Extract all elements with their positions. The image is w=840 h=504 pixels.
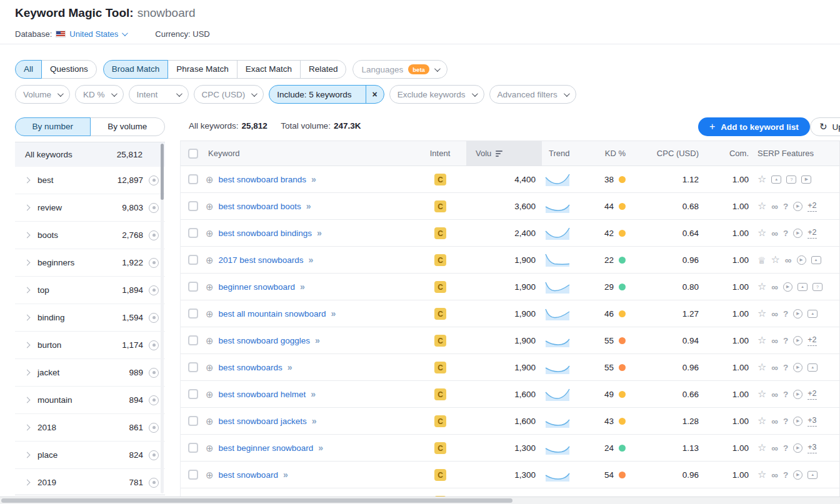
row-checkbox[interactable]	[188, 174, 198, 184]
eye-icon[interactable]	[149, 368, 159, 378]
row-checkbox[interactable]	[188, 443, 198, 453]
chevron-right-icon[interactable]	[24, 315, 31, 321]
tab-related[interactable]: Related	[300, 60, 347, 79]
add-keyword-icon[interactable]: ⊕	[206, 202, 214, 211]
add-keyword-icon[interactable]: ⊕	[206, 309, 214, 319]
keyword-group-row[interactable]: top1,894	[15, 277, 165, 304]
add-keyword-icon[interactable]: ⊕	[206, 255, 214, 265]
row-checkbox[interactable]	[188, 362, 198, 372]
row-checkbox[interactable]	[188, 282, 198, 292]
eye-icon[interactable]	[149, 478, 159, 488]
more-serp-features-link[interactable]: +2	[808, 227, 816, 238]
column-header-serp-features[interactable]: SERP Features	[758, 141, 814, 166]
keyword-link[interactable]: beginner snowboard	[219, 282, 295, 292]
column-header-volume[interactable]: Volu	[466, 141, 542, 166]
eye-icon[interactable]	[149, 175, 159, 185]
open-keyword-icon[interactable]: »	[312, 416, 317, 426]
row-checkbox[interactable]	[188, 228, 198, 238]
sidebar-scrollbar-thumb[interactable]	[161, 144, 164, 200]
keyword-link[interactable]: best snowboard goggles	[219, 336, 310, 345]
keyword-link[interactable]: best snowboard boots	[219, 202, 301, 211]
keyword-link[interactable]: best beginner snowboard	[219, 443, 314, 453]
keyword-link[interactable]: best snowboard	[219, 470, 278, 480]
more-serp-features-link[interactable]: +2	[808, 335, 816, 345]
add-keyword-icon[interactable]: ⊕	[206, 175, 214, 184]
filter-cpc-usd-[interactable]: CPC (USD)	[194, 85, 264, 104]
eye-icon[interactable]	[149, 203, 159, 213]
row-checkbox[interactable]	[188, 416, 198, 426]
open-keyword-icon[interactable]: »	[300, 282, 305, 292]
column-header-kd[interactable]: KD %	[556, 141, 626, 166]
keyword-group-row[interactable]: 2019781	[15, 469, 165, 495]
chevron-right-icon[interactable]	[24, 480, 31, 486]
database-selector[interactable]: United States	[69, 29, 126, 39]
eye-icon[interactable]	[149, 313, 159, 323]
tab-all[interactable]: All	[15, 60, 42, 79]
update-metrics-button[interactable]: Up	[810, 117, 840, 136]
sidebar-tab-by-number[interactable]: By number	[15, 117, 91, 136]
open-keyword-icon[interactable]: »	[288, 362, 292, 372]
add-keyword-icon[interactable]: ⊕	[206, 229, 214, 238]
chevron-right-icon[interactable]	[24, 260, 31, 266]
more-serp-features-link[interactable]: +2	[808, 200, 816, 211]
chevron-right-icon[interactable]	[24, 205, 31, 211]
chevron-right-icon[interactable]	[24, 287, 31, 294]
chevron-right-icon[interactable]	[24, 452, 31, 458]
open-keyword-icon[interactable]: »	[311, 174, 316, 184]
row-checkbox[interactable]	[188, 335, 198, 345]
keyword-group-row[interactable]: best12,897	[15, 167, 165, 194]
keyword-link[interactable]: best snowboard brands	[219, 175, 306, 184]
keyword-group-row[interactable]: binding1,594	[15, 304, 165, 332]
keyword-group-row[interactable]: burton1,174	[15, 332, 165, 359]
eye-icon[interactable]	[149, 285, 159, 295]
add-keyword-icon[interactable]: ⊕	[206, 363, 214, 372]
open-keyword-icon[interactable]: »	[331, 309, 336, 319]
sidebar-all-keywords-row[interactable]: All keywords 25,812	[15, 142, 165, 167]
filter-include-5-keywords[interactable]: Include: 5 keywords×	[269, 85, 384, 104]
keyword-group-row[interactable]: mountain894	[15, 387, 165, 414]
add-keyword-icon[interactable]: ⊕	[206, 390, 214, 399]
open-keyword-icon[interactable]: »	[311, 389, 316, 399]
open-keyword-icon[interactable]: »	[318, 443, 323, 453]
add-keyword-icon[interactable]: ⊕	[206, 470, 214, 480]
add-keyword-icon[interactable]: ⊕	[206, 336, 214, 345]
open-keyword-icon[interactable]: »	[283, 470, 288, 480]
row-checkbox[interactable]	[188, 201, 198, 211]
more-serp-features-link[interactable]: +3	[808, 442, 816, 453]
open-keyword-icon[interactable]: »	[317, 228, 322, 238]
eye-icon[interactable]	[149, 230, 159, 240]
column-header-com[interactable]: Com.	[709, 141, 749, 166]
open-keyword-icon[interactable]: »	[306, 201, 311, 211]
chevron-right-icon[interactable]	[24, 232, 31, 239]
tab-phrase-match[interactable]: Phrase Match	[168, 60, 237, 79]
keyword-link[interactable]: best snowboard helmet	[219, 390, 306, 399]
chevron-right-icon[interactable]	[24, 397, 31, 403]
keyword-link[interactable]: best snowboards	[219, 363, 282, 372]
filter-advanced-filters[interactable]: Advanced filters	[489, 85, 576, 104]
eye-icon[interactable]	[149, 340, 159, 350]
horizontal-scrollbar-thumb[interactable]	[1, 498, 512, 503]
keyword-group-row[interactable]: beginners1,922	[15, 249, 165, 277]
keyword-link[interactable]: 2017 best snowboards	[219, 255, 304, 265]
open-keyword-icon[interactable]: »	[315, 335, 320, 345]
row-checkbox[interactable]	[188, 309, 198, 319]
keyword-group-row[interactable]: review9,803	[15, 194, 165, 222]
keyword-group-row[interactable]: 2018861	[15, 414, 165, 442]
filter-kd-[interactable]: KD %	[75, 85, 124, 104]
eye-icon[interactable]	[149, 395, 159, 405]
add-to-keyword-list-button[interactable]: + Add to keyword list	[698, 117, 810, 136]
keyword-group-row[interactable]: place824	[15, 442, 165, 469]
chevron-right-icon[interactable]	[24, 370, 31, 376]
keyword-group-row[interactable]: boots2,768	[15, 222, 165, 249]
column-header-cpc[interactable]: CPC (USD)	[640, 141, 699, 166]
chevron-right-icon[interactable]	[24, 342, 31, 348]
keyword-link[interactable]: best all mountain snowboard	[219, 309, 326, 319]
open-keyword-icon[interactable]: »	[308, 255, 313, 265]
eye-icon[interactable]	[149, 450, 159, 460]
row-checkbox[interactable]	[188, 389, 198, 399]
add-keyword-icon[interactable]: ⊕	[206, 443, 214, 453]
row-checkbox[interactable]	[188, 255, 198, 265]
add-keyword-icon[interactable]: ⊕	[206, 282, 214, 292]
sidebar-scrollbar[interactable]	[161, 144, 164, 493]
tab-broad-match[interactable]: Broad Match	[103, 60, 169, 79]
